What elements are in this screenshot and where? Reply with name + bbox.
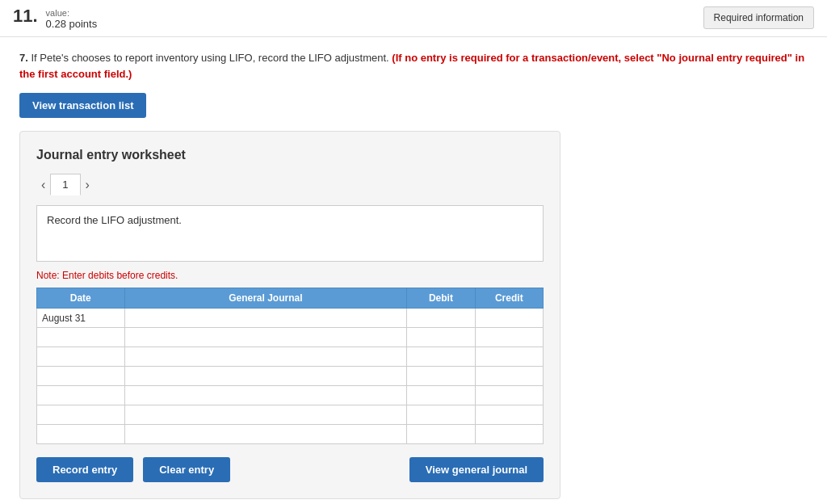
gj-cell-2[interactable]: [124, 328, 407, 347]
gj-cell-3[interactable]: [124, 347, 407, 367]
view-general-journal-button[interactable]: View general journal: [409, 457, 544, 482]
page-container: 11. value: 0.28 points Required informat…: [0, 0, 827, 504]
description-box: Record the LIFO adjustment.: [36, 205, 544, 262]
tab-prev-arrow[interactable]: ‹: [36, 174, 50, 195]
date-cell-4: [37, 367, 125, 386]
credit-cell-3[interactable]: [475, 347, 543, 367]
table-row: [37, 405, 544, 425]
credit-cell-5[interactable]: [475, 386, 543, 405]
question-text: 7. If Pete's chooses to report inventory…: [19, 50, 808, 82]
description-text: Record the LIFO adjustment.: [47, 214, 182, 226]
journal-table: Date General Journal Debit Credit August…: [36, 288, 544, 444]
table-row: [37, 386, 544, 405]
gj-input-7[interactable]: [125, 425, 407, 443]
gj-input-3[interactable]: [125, 347, 407, 366]
gj-cell-1[interactable]: [124, 309, 407, 328]
question-number-area: 11. value: 0.28 points: [13, 6, 97, 30]
credit-cell-4[interactable]: [475, 367, 543, 386]
value-points: 0.28 points: [46, 18, 98, 30]
debit-input-6[interactable]: [407, 405, 474, 424]
date-value-1: August 31: [42, 313, 86, 324]
gj-cell-5[interactable]: [124, 386, 407, 405]
required-information-button[interactable]: Required information: [703, 6, 814, 29]
credit-cell-2[interactable]: [475, 328, 543, 347]
credit-input-2[interactable]: [476, 328, 543, 346]
date-cell-2: [37, 328, 125, 347]
debit-cell-1[interactable]: [407, 309, 475, 328]
debit-cell-3[interactable]: [407, 347, 475, 367]
bottom-buttons: Record entry Clear entry View general jo…: [36, 457, 544, 482]
gj-cell-6[interactable]: [124, 405, 407, 425]
date-cell-6: [37, 405, 125, 425]
debit-input-5[interactable]: [407, 386, 474, 405]
value-area: value: 0.28 points: [46, 8, 98, 30]
date-cell-3: [37, 347, 125, 367]
debit-input-7[interactable]: [407, 425, 474, 443]
gj-input-1[interactable]: [125, 309, 407, 327]
tab-1[interactable]: 1: [50, 174, 80, 195]
date-cell-5: [37, 386, 125, 405]
credit-input-1[interactable]: [476, 309, 543, 327]
table-row: August 31: [37, 309, 544, 328]
red-note: (If no entry is required for a transacti…: [19, 52, 804, 80]
gj-cell-4[interactable]: [124, 367, 407, 386]
table-row: [37, 328, 544, 347]
credit-input-6[interactable]: [476, 405, 543, 424]
note-text: Note: Enter debits before credits.: [36, 270, 544, 281]
debit-input-1[interactable]: [407, 309, 474, 327]
tab-next-arrow[interactable]: ›: [81, 174, 94, 195]
worksheet-title: Journal entry worksheet: [36, 148, 544, 162]
top-bar: 11. value: 0.28 points Required informat…: [0, 0, 827, 37]
table-row: [37, 425, 544, 444]
date-cell-7: [37, 425, 125, 444]
debit-cell-5[interactable]: [407, 386, 475, 405]
credit-input-4[interactable]: [476, 367, 543, 385]
clear-entry-button[interactable]: Clear entry: [143, 457, 230, 482]
credit-cell-7[interactable]: [475, 425, 543, 444]
table-row: [37, 347, 544, 367]
record-entry-button[interactable]: Record entry: [36, 457, 133, 482]
credit-input-7[interactable]: [476, 425, 543, 443]
header-credit: Credit: [475, 288, 543, 309]
credit-input-3[interactable]: [476, 347, 543, 366]
debit-cell-4[interactable]: [407, 367, 475, 386]
debit-cell-2[interactable]: [407, 328, 475, 347]
gj-input-5[interactable]: [125, 386, 407, 405]
debit-cell-7[interactable]: [407, 425, 475, 444]
credit-cell-1[interactable]: [475, 309, 543, 328]
table-row: [37, 367, 544, 386]
question-number: 11.: [13, 6, 38, 26]
value-label: value:: [46, 8, 98, 18]
credit-cell-6[interactable]: [475, 405, 543, 425]
main-content: 7. If Pete's chooses to report inventory…: [0, 37, 827, 504]
gj-input-6[interactable]: [125, 405, 407, 424]
view-transaction-list-button[interactable]: View transaction list: [19, 93, 146, 118]
debit-cell-6[interactable]: [407, 405, 475, 425]
worksheet-card: Journal entry worksheet ‹ 1 › Record the…: [19, 131, 560, 499]
question-number-inline: 7.: [19, 52, 28, 64]
debit-input-3[interactable]: [407, 347, 474, 366]
header-date: Date: [37, 288, 125, 309]
gj-input-2[interactable]: [125, 328, 407, 346]
tab-navigation: ‹ 1 ›: [36, 174, 544, 195]
date-cell-1: August 31: [37, 309, 125, 328]
header-debit: Debit: [407, 288, 475, 309]
header-general-journal: General Journal: [124, 288, 407, 309]
debit-input-2[interactable]: [407, 328, 474, 346]
gj-cell-7[interactable]: [124, 425, 407, 444]
gj-input-4[interactable]: [125, 367, 407, 385]
debit-input-4[interactable]: [407, 367, 474, 385]
credit-input-5[interactable]: [476, 386, 543, 405]
